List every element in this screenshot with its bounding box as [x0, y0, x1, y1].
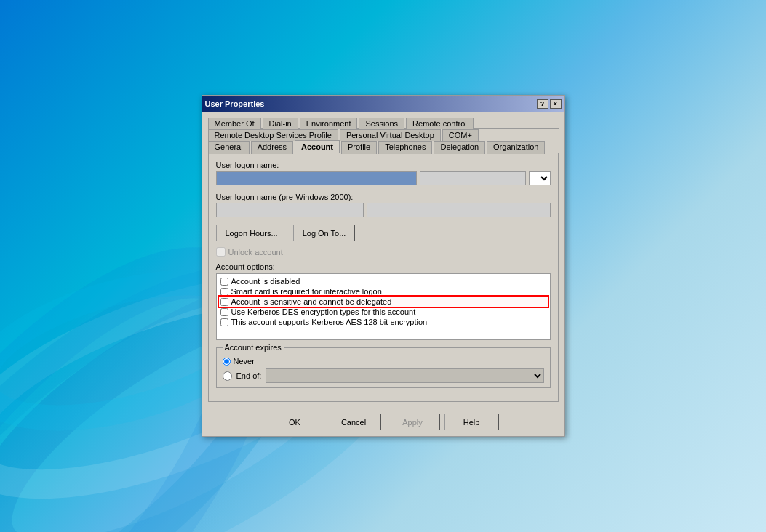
- tab-telephones[interactable]: Telephones: [378, 141, 432, 154]
- never-label: Never: [234, 357, 255, 366]
- account-options-label: Account options:: [216, 262, 551, 271]
- user-domain-pre2000-input[interactable]: [367, 203, 550, 217]
- tab-account[interactable]: Account: [295, 140, 340, 153]
- tab-pvd[interactable]: Personal Virtual Desktop: [340, 129, 441, 141]
- tab-environment[interactable]: Environment: [300, 118, 358, 129]
- never-radio-row: Never: [223, 357, 544, 366]
- user-logon-pre2000-label: User logon name (pre-Windows 2000):: [216, 193, 551, 201]
- option-smartcard-checkbox[interactable]: [220, 288, 228, 296]
- title-bar: User Properties ? ×: [202, 96, 564, 112]
- user-logon-input[interactable]: [216, 171, 417, 185]
- tab-row-1: Member Of Dial-in Environment Sessions R…: [208, 116, 559, 129]
- end-of-row: End of:: [223, 368, 544, 383]
- end-of-radio[interactable]: [223, 371, 232, 381]
- dialog-content: Member Of Dial-in Environment Sessions R…: [202, 112, 564, 408]
- option-smartcard: Smart card is required for interactive l…: [219, 286, 548, 297]
- tab-row-2: Remote Desktop Services Profile Personal…: [208, 128, 559, 140]
- option-kerberos-des-label: Use Kerberos DES encryption types for th…: [231, 307, 416, 316]
- unlock-checkbox: [216, 247, 226, 257]
- user-domain-dropdown[interactable]: [529, 171, 551, 185]
- help-button[interactable]: Help: [444, 414, 499, 430]
- tab-dial-in[interactable]: Dial-in: [263, 118, 298, 129]
- unlock-account-row: Unlock account: [216, 247, 551, 257]
- tab-delegation[interactable]: Delegation: [434, 141, 485, 154]
- never-radio[interactable]: [223, 358, 231, 366]
- option-sensitive-label: Account is sensitive and cannot be deleg…: [231, 297, 392, 306]
- tab-profile[interactable]: Profile: [341, 141, 377, 154]
- tab-com[interactable]: COM+: [442, 129, 479, 141]
- user-domain-input[interactable]: [420, 171, 526, 185]
- close-title-btn[interactable]: ×: [550, 99, 562, 109]
- option-sensitive-checkbox[interactable]: [220, 298, 228, 306]
- end-of-date-select[interactable]: [266, 368, 543, 383]
- tab-row-3: General Address Account Profile Telephon…: [208, 140, 559, 153]
- user-logon-pre2000-row: [216, 203, 551, 217]
- option-kerberos-des: Use Kerberos DES encryption types for th…: [219, 307, 548, 317]
- unlock-label: Unlock account: [228, 248, 283, 257]
- account-options-list[interactable]: Account is disabled Smart card is requir…: [217, 274, 550, 339]
- option-kerberos-aes-label: This account supports Kerberos AES 128 b…: [231, 318, 428, 326]
- user-logon-row: [216, 171, 551, 185]
- tab-remote-control[interactable]: Remote control: [406, 118, 474, 129]
- tab-general[interactable]: General: [208, 141, 250, 154]
- tab-organization[interactable]: Organization: [487, 141, 545, 154]
- tab-member-of[interactable]: Member Of: [208, 118, 261, 129]
- tab-address[interactable]: Address: [251, 141, 293, 154]
- log-on-to-button[interactable]: Log On To...: [293, 225, 356, 241]
- account-expires-group: Account expires Never End of:: [216, 347, 551, 388]
- tab-sessions[interactable]: Sessions: [359, 118, 404, 129]
- bottom-buttons: OK Cancel Apply Help: [202, 408, 564, 436]
- dialog-window: User Properties ? × Member Of Dial-in En…: [202, 95, 565, 437]
- user-logon-pre2000-input[interactable]: [216, 203, 364, 217]
- option-kerberos-des-checkbox[interactable]: [220, 308, 228, 316]
- user-logon-label: User logon name:: [216, 161, 551, 169]
- option-kerberos-aes: This account supports Kerberos AES 128 b…: [219, 317, 548, 327]
- account-options-group: Account is disabled Smart card is requir…: [216, 273, 551, 340]
- help-title-btn[interactable]: ?: [537, 99, 548, 109]
- option-disabled-checkbox[interactable]: [220, 278, 228, 286]
- logon-hours-button[interactable]: Logon Hours...: [216, 225, 287, 241]
- cancel-button[interactable]: Cancel: [327, 414, 381, 430]
- title-bar-controls: ? ×: [537, 99, 562, 109]
- option-disabled-label: Account is disabled: [231, 277, 300, 286]
- option-kerberos-aes-checkbox[interactable]: [220, 318, 228, 326]
- option-disabled: Account is disabled: [219, 276, 548, 286]
- account-tab-content: User logon name: User logon name (pre-Wi…: [208, 153, 559, 402]
- option-sensitive: Account is sensitive and cannot be deleg…: [219, 297, 548, 307]
- tab-rdsp[interactable]: Remote Desktop Services Profile: [208, 129, 338, 141]
- apply-button[interactable]: Apply: [386, 414, 440, 430]
- end-of-label: End of:: [236, 371, 262, 380]
- logon-buttons-row: Logon Hours... Log On To...: [216, 225, 551, 241]
- ok-button[interactable]: OK: [268, 414, 322, 430]
- desktop: User Properties ? × Member Of Dial-in En…: [0, 0, 766, 532]
- dialog-title: User Properties: [205, 100, 537, 108]
- expires-legend: Account expires: [223, 343, 284, 352]
- option-smartcard-label: Smart card is required for interactive l…: [231, 287, 382, 296]
